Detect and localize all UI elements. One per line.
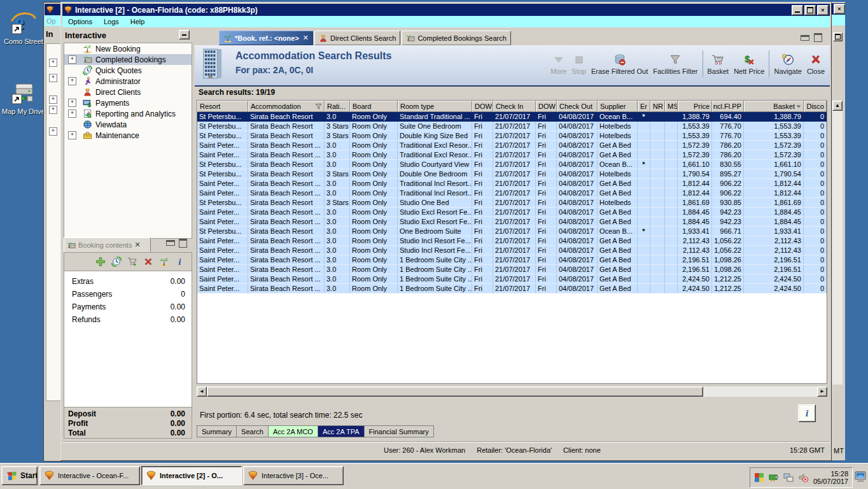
bottom-tab-acc-2a-tpa[interactable]: Acc 2A TPA <box>318 425 365 437</box>
tree-expand-icon[interactable]: + <box>49 127 57 136</box>
sidebar-item-direct-clients[interactable]: Direct Clients <box>64 87 192 97</box>
tab--book-ref-none-[interactable]: *Book. ref.: <none>✕ <box>219 31 313 45</box>
network-icon[interactable] <box>783 472 794 483</box>
sidebar-item-quick-quotes[interactable]: Quick Quotes <box>64 65 192 76</box>
close-button[interactable]: × <box>817 5 829 15</box>
maximize-button[interactable] <box>804 5 816 15</box>
table-row[interactable]: Saint Peter...Sirata Beach Resort ...3.0… <box>197 274 827 284</box>
start-button[interactable]: Start <box>1 466 38 485</box>
sidebar-item-reporting-and-analytics[interactable]: +Reporting and Analytics <box>64 108 192 119</box>
minimize-panel-icon[interactable] <box>166 240 175 246</box>
column-header-check-in[interactable]: Check In <box>493 101 536 112</box>
tree-expand-icon[interactable]: + <box>68 99 76 107</box>
tree-expand-icon[interactable]: + <box>49 106 57 114</box>
booking-contents-row[interactable]: Passengers0 <box>64 288 192 301</box>
table-row[interactable]: St Petersbu...Sirata Beach Resort3 Stars… <box>197 122 827 131</box>
window-titlebar[interactable]: Interactive [2] - Ocean-Florida (code: x… <box>62 4 830 16</box>
toolbar-button-close[interactable]: Close <box>804 52 827 77</box>
column-header-ms[interactable]: MS <box>665 101 678 112</box>
column-header-dow[interactable]: DOW <box>472 101 493 112</box>
column-header-disco[interactable]: Disco <box>804 101 827 112</box>
table-row[interactable]: Saint Peter...Sirata Beach Resort ...3.0… <box>197 246 827 255</box>
desktop-icon-como-street[interactable]: e Como Street <box>1 10 46 45</box>
column-header-dow[interactable]: DOW <box>536 101 557 112</box>
booking-contents-row[interactable]: Refunds0.00 <box>64 313 192 326</box>
tree-expand-icon[interactable]: + <box>68 55 76 64</box>
speaker-muted-icon[interactable] <box>798 472 808 483</box>
table-row[interactable]: St Petersbu...Sirata Beach Resort3.0Room… <box>197 160 827 169</box>
sidebar-item-viewdata[interactable]: Viewdata <box>64 119 192 130</box>
toolbar-button-facilities-filter[interactable]: Facilities Filter <box>650 52 700 77</box>
sidebar-item-new-booking[interactable]: New Booking <box>64 43 192 54</box>
column-header-price[interactable]: Price <box>678 101 712 112</box>
filter-funnel-icon[interactable] <box>315 103 322 110</box>
table-row[interactable]: St Petersbu...Sirata Beach Resort3.0Room… <box>197 112 827 122</box>
column-header-basket[interactable]: Basket <box>744 101 804 112</box>
booking-contents-row[interactable]: Extras0.00 <box>64 275 192 288</box>
table-row[interactable]: Saint Peter...Sirata Beach Resort ...3.0… <box>197 150 827 160</box>
info-button[interactable]: i <box>798 404 816 422</box>
table-row[interactable]: Saint Peter...Sirata Beach Resort ...3.0… <box>197 217 827 227</box>
background-window-left[interactable]: Op In + + + + + <box>43 2 62 462</box>
task-button-interactive-ocean-f-[interactable]: Interactive - Ocean-F... <box>39 466 140 485</box>
tree-expand-icon[interactable]: + <box>49 74 57 82</box>
close-tab-icon[interactable]: ✕ <box>134 241 140 249</box>
bottom-tab-summary[interactable]: Summary <box>197 425 237 437</box>
desktop-icon-map-my-drive[interactable]: Map My Drive <box>1 80 46 115</box>
column-header-nr[interactable]: NR <box>650 101 665 112</box>
column-header-incl-fl-pp[interactable]: Incl.Fl.PP <box>712 101 744 112</box>
maximize-panel-icon[interactable] <box>833 32 843 41</box>
bottom-tab-financial-summary[interactable]: Financial Summary <box>365 425 434 437</box>
booking-contents-row[interactable]: Payments0.00 <box>64 301 192 313</box>
tree-expand-icon[interactable]: + <box>68 110 76 118</box>
booking-contents-tab[interactable]: Booking contents ✕ <box>64 237 151 252</box>
horizontal-scrollbar[interactable]: ◄ ► <box>197 386 827 397</box>
sidebar-item-payments[interactable]: +$Payments <box>64 97 192 108</box>
column-header-accommodation[interactable]: Accommodation <box>248 101 325 112</box>
column-header-er[interactable]: Er <box>638 101 650 112</box>
column-header-check-out[interactable]: Check Out <box>557 101 598 112</box>
toolbar-button-navigate[interactable]: Navigate <box>771 52 804 77</box>
tab-completed-bookings-search[interactable]: Completed Bookings Search <box>402 31 510 45</box>
antivirus-icon[interactable] <box>754 472 764 483</box>
toolbar-button-basket[interactable]: Basket <box>705 52 732 77</box>
basket-go-icon[interactable] <box>127 257 137 267</box>
menu-item-logs[interactable]: Logs <box>98 17 125 27</box>
tree-expand-icon[interactable]: + <box>68 77 76 85</box>
minimize-button[interactable] <box>792 5 803 15</box>
tray-clock[interactable]: 15:28 <box>813 470 848 478</box>
table-row[interactable]: Saint Peter...Sirata Beach Resort ...3.0… <box>197 188 827 198</box>
sidebar-item-maintenance[interactable]: +Maintenance <box>64 130 192 141</box>
close-button[interactable]: × <box>834 4 845 14</box>
quick-quote-icon[interactable] <box>111 257 122 267</box>
tree-expand-icon[interactable]: + <box>49 96 57 104</box>
network-card-icon[interactable] <box>769 472 779 483</box>
bottom-tab-acc-2a-mco[interactable]: Acc 2A MCO <box>269 425 318 437</box>
close-tab-icon[interactable]: ✕ <box>303 34 309 42</box>
delete-icon[interactable] <box>143 257 153 267</box>
table-row[interactable]: Saint Peter...Sirata Beach Resort ...3.0… <box>197 284 827 294</box>
collapse-panel-icon[interactable] <box>179 30 190 39</box>
tab-direct-clients-search[interactable]: Direct Clients Search <box>314 31 400 45</box>
table-row[interactable]: St Petersbu...Sirata Beach Resort3.0Room… <box>197 227 827 236</box>
table-row[interactable]: Saint Peter...Sirata Beach Resort ...3.0… <box>197 236 827 246</box>
table-row[interactable]: Saint Peter...Sirata Beach Resort ...3.0… <box>197 208 827 217</box>
info-icon[interactable]: i <box>175 257 185 267</box>
column-header-resort[interactable]: Resort <box>197 101 248 112</box>
scroll-left-icon[interactable]: ◄ <box>197 386 207 397</box>
tray-date[interactable]: 05/07/2017 <box>813 478 848 485</box>
tree-expand-icon[interactable]: + <box>68 131 76 139</box>
add-icon[interactable] <box>95 257 106 267</box>
column-header-rati-[interactable]: Rati... <box>325 101 350 112</box>
table-row[interactable]: Saint Peter...Sirata Beach Resort ...3.0… <box>197 179 827 188</box>
maximize-panel-icon[interactable] <box>179 239 187 248</box>
bottom-tab-search[interactable]: Search <box>237 425 269 437</box>
menu-item-help[interactable]: Help <box>125 17 151 27</box>
scrollbar-thumb[interactable] <box>207 386 703 397</box>
table-row[interactable]: Saint Peter...Sirata Beach Resort ...3.0… <box>197 265 827 274</box>
sidebar-item-completed-bookings[interactable]: +Completed Bookings <box>64 54 192 65</box>
table-row[interactable]: St Petersbu...Sirata Beach Resort3 Stars… <box>197 169 827 179</box>
background-window-right[interactable]: × ▲ MT <box>830 2 845 460</box>
table-row[interactable]: Saint Peter...Sirata Beach Resort ...3.0… <box>197 141 827 150</box>
task-button-interactive-3-oce-[interactable]: Interactive [3] - Oce... <box>243 466 344 485</box>
